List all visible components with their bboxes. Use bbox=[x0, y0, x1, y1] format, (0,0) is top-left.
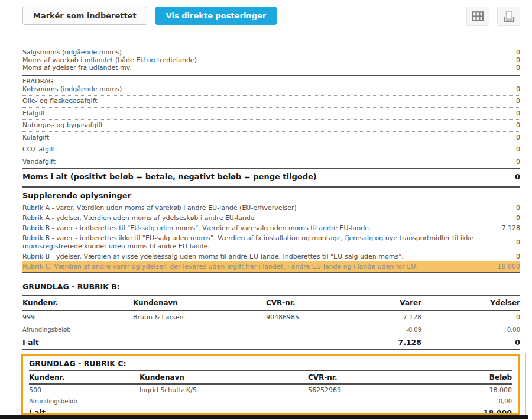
table-row: 500 Ingrid Schultz K/S 56252969 18.000 bbox=[29, 385, 512, 396]
fradrag-group-label: FRADRAG bbox=[22, 78, 520, 86]
vat-row: Moms af varekøb i udlandet (både EU og t… bbox=[22, 57, 520, 64]
total-ydelser: 0 bbox=[421, 338, 520, 347]
vat-total-value: 0 bbox=[515, 173, 520, 181]
supplementary-row: Rubrik B - varer - indberettes til "EU-s… bbox=[22, 223, 520, 233]
vat-row-label: Elafgift bbox=[22, 110, 46, 118]
column-header: CVR-nr. bbox=[266, 299, 331, 307]
vat-row-label: Olie- og flaskegasafgift bbox=[22, 98, 97, 105]
divider bbox=[22, 119, 520, 120]
vat-row-value: 0 bbox=[516, 159, 520, 166]
vat-row: Kulafgift 0 bbox=[22, 134, 520, 142]
vat-row-value: 0 bbox=[516, 134, 520, 142]
cell-varer: 7.128 bbox=[331, 314, 421, 321]
divider bbox=[22, 144, 520, 144]
supplementary-row-rubrik-c-highlighted: Rubrik C. Værdien af andre varer og ydel… bbox=[22, 261, 520, 272]
rounding-belob: 0,00 bbox=[397, 398, 512, 405]
total-label: I alt bbox=[29, 408, 140, 415]
divider bbox=[22, 95, 520, 96]
rounding-label: Afrundingsbeløb bbox=[22, 327, 133, 333]
vat-total-row: Moms i alt (positivt beløb = betale, neg… bbox=[22, 172, 520, 182]
supplementary-row-value: 0 bbox=[516, 214, 520, 222]
supplementary-row-value: 0 bbox=[516, 238, 520, 247]
cell-cvr: 90486985 bbox=[266, 314, 331, 321]
rounding-row: Afrundingsbeløb 0,00 bbox=[29, 396, 512, 406]
vat-row-label: Vandafgift bbox=[22, 159, 56, 166]
vat-report-page: Markér som indberettet Vis direkte poste… bbox=[0, 0, 532, 420]
print-button[interactable] bbox=[497, 7, 520, 26]
supplementary-row-value: 18.000 bbox=[498, 263, 521, 271]
total-label: I alt bbox=[22, 338, 133, 347]
window-bottom-edge bbox=[0, 415, 528, 419]
total-belob: 18.000 bbox=[397, 408, 512, 415]
supplementary-row-label: Rubrik A - varer. Værdien uden moms af v… bbox=[22, 204, 297, 212]
vat-row-label: CO2-afgift bbox=[22, 146, 56, 154]
cell-kundenr: 500 bbox=[29, 386, 140, 394]
vat-total-label: Moms i alt (positivt beløb = betale, neg… bbox=[22, 173, 317, 181]
table-icon bbox=[471, 10, 485, 22]
column-header: CVR-nr. bbox=[308, 373, 397, 382]
cell-ydelser: 0 bbox=[421, 314, 520, 321]
vat-row-value: 0 bbox=[516, 98, 520, 105]
toolbar-icon-group bbox=[466, 7, 520, 26]
print-icon bbox=[502, 10, 516, 23]
vat-row-value: 0 bbox=[516, 122, 520, 130]
supplementary-row: Rubrik B - ydelser. Værdien af visse yde… bbox=[22, 251, 520, 261]
show-direct-postings-button[interactable]: Vis direkte posteringer bbox=[155, 7, 277, 25]
vat-row-label: Moms af ydelser fra udlandet mv. bbox=[22, 64, 132, 72]
vat-row-value: 0 bbox=[516, 110, 520, 118]
rounding-varer: -0.09 bbox=[331, 327, 421, 333]
supplementary-row: Rubrik A - ydelser. Værdien uden moms af… bbox=[22, 213, 520, 223]
column-header: Varer bbox=[331, 299, 421, 307]
cell-kundenr: 999 bbox=[22, 314, 133, 321]
vat-row-label: Købsmoms (indgående moms) bbox=[22, 86, 122, 93]
grundlag-b-title: GRUNDLAG - RUBRIK B: bbox=[22, 282, 520, 291]
vat-row-label: Moms af varekøb i udlandet (både EU og t… bbox=[22, 57, 197, 64]
grundlag-b-section: GRUNDLAG - RUBRIK B: Kundenr. Kundenavn … bbox=[22, 282, 520, 350]
supplementary-section: Supplerende oplysninger Rubrik A - varer… bbox=[22, 186, 520, 273]
toolbar: Markér som indberettet Vis direkte poste… bbox=[22, 7, 520, 26]
supplementary-row-label: Rubrik A - ydelser. Værdien uden moms af… bbox=[22, 214, 254, 222]
column-header: Kundenr. bbox=[29, 373, 140, 382]
supplementary-row-value: 0 bbox=[516, 204, 520, 212]
column-header: Beløb bbox=[397, 373, 512, 382]
divider bbox=[22, 75, 520, 76]
vat-row: Olie- og flaskegasafgift 0 bbox=[22, 98, 520, 105]
vat-row-label: Kulafgift bbox=[22, 134, 49, 142]
column-header: Kundenavn bbox=[140, 373, 308, 382]
vat-row: Købsmoms (indgående moms) 0 bbox=[22, 86, 520, 93]
grundlag-c-header-row: Kundenr. Kundenavn CVR-nr. Beløb bbox=[29, 370, 512, 385]
grundlag-c-title: GRUNDLAG - RUBRIK C: bbox=[29, 359, 512, 368]
vat-row: Naturgas- og bygasafgift 0 bbox=[22, 122, 520, 130]
supplementary-row-value: 7.128 bbox=[502, 224, 521, 232]
column-header: Kundenavn bbox=[133, 299, 266, 307]
total-varer: 7.128 bbox=[331, 338, 421, 347]
grundlag-c-section-highlighted: GRUNDLAG - RUBRIK C: Kundenr. Kundenavn … bbox=[21, 354, 520, 415]
divider bbox=[22, 107, 520, 108]
column-header: Kundenr. bbox=[22, 299, 133, 307]
rounding-row: Afrundingsbeløb -0.09 0,00 bbox=[22, 324, 520, 335]
vat-row-label: Naturgas- og bygasafgift bbox=[22, 122, 103, 130]
vat-row-value: 0 bbox=[516, 49, 520, 57]
supplementary-title: Supplerende oplysninger bbox=[22, 191, 520, 200]
mark-as-reported-button[interactable]: Markér som indberettet bbox=[22, 7, 147, 25]
cell-belob: 18.000 bbox=[397, 386, 512, 394]
vat-row: Elafgift 0 bbox=[22, 110, 520, 118]
vat-row-value: 0 bbox=[516, 86, 520, 93]
vat-row-value: 0 bbox=[516, 64, 520, 72]
supplementary-row-value: 0 bbox=[516, 253, 520, 261]
total-row: I alt 7.128 0 bbox=[22, 335, 520, 350]
supplementary-row-label: Rubrik C. Værdien af andre varer og ydel… bbox=[22, 263, 418, 271]
vat-row-value: 0 bbox=[516, 57, 520, 64]
frame-right-edge bbox=[525, 353, 526, 415]
cell-kundenavn: Bruun & Larsen bbox=[133, 314, 266, 321]
vat-summary: Salgsmoms (udgående moms) 0 Moms af vare… bbox=[22, 49, 520, 182]
cell-kundenavn: Ingrid Schultz K/S bbox=[140, 386, 308, 394]
total-row: I alt 18.000 bbox=[29, 406, 512, 415]
rounding-ydelser: 0,00 bbox=[421, 327, 520, 333]
vat-row: Moms af ydelser fra udlandet mv. 0 bbox=[22, 64, 520, 72]
divider bbox=[22, 131, 520, 132]
grundlag-b-header-row: Kundenr. Kundenavn CVR-nr. Varer Ydelser bbox=[22, 295, 520, 311]
table-view-button[interactable] bbox=[466, 7, 489, 26]
supplementary-row-label: Rubrik B - varer - indberettes til "EU-s… bbox=[22, 224, 371, 232]
vat-row-label: Salgsmoms (udgående moms) bbox=[22, 49, 122, 57]
